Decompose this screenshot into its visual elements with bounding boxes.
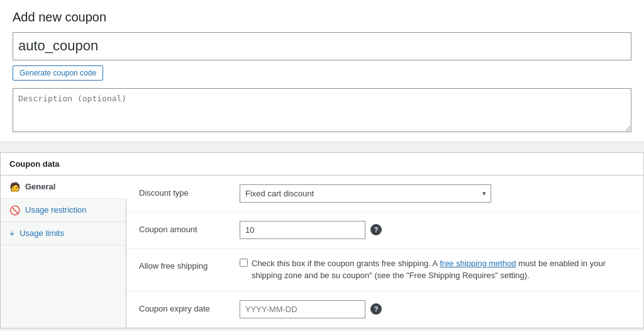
coupon-data-section: Coupon data 🧑 General 🚫 Usage restrictio…: [0, 152, 644, 328]
tab-general-label: General: [25, 182, 55, 191]
discount-type-select-wrapper: Percentage discount Fixed cart discount …: [240, 184, 491, 203]
generate-coupon-button[interactable]: Generate coupon code: [13, 65, 103, 81]
coupon-amount-help-icon[interactable]: ?: [370, 224, 382, 235]
coupon-amount-label: Coupon amount: [139, 221, 240, 234]
description-textarea[interactable]: [13, 88, 631, 132]
coupon-code-input[interactable]: [13, 32, 631, 60]
free-shipping-method-link[interactable]: free shipping method: [440, 259, 516, 268]
coupon-amount-row: Coupon amount ?: [126, 212, 643, 249]
free-shipping-row: Allow free shipping Check this box if th…: [126, 249, 643, 291]
free-shipping-checkbox-label: Check this box if the coupon grants free…: [240, 257, 631, 282]
tab-general[interactable]: 🧑 General: [1, 176, 126, 199]
tab-usage-restriction[interactable]: 🚫 Usage restriction: [1, 199, 126, 222]
general-icon: 🧑: [9, 182, 20, 192]
page-title: Add new coupon: [13, 10, 631, 25]
usage-restriction-icon: 🚫: [9, 205, 20, 215]
tab-usage-limits[interactable]: + Usage limits: [1, 222, 126, 245]
free-shipping-label: Allow free shipping: [139, 257, 240, 271]
sidebar-tabs: 🧑 General 🚫 Usage restriction + Usage li…: [1, 176, 126, 328]
top-section: Add new coupon Generate coupon code: [0, 0, 644, 142]
free-shipping-control: Check this box if the coupon grants free…: [240, 257, 631, 282]
tab-usage-limits-label: Usage limits: [19, 228, 64, 238]
coupon-data-body: 🧑 General 🚫 Usage restriction + Usage li…: [1, 176, 643, 328]
coupon-expiry-row: Coupon expiry date ?: [126, 291, 643, 328]
coupon-expiry-label: Coupon expiry date: [139, 300, 240, 313]
coupon-amount-input[interactable]: [240, 221, 365, 239]
coupon-expiry-help-icon[interactable]: ?: [370, 303, 382, 315]
coupon-data-title: Coupon data: [1, 153, 643, 176]
discount-type-label: Discount type: [139, 184, 240, 198]
coupon-expiry-control: ?: [240, 300, 631, 318]
free-shipping-checkbox[interactable]: [240, 259, 248, 267]
free-shipping-description: Check this box if the coupon grants free…: [252, 257, 631, 282]
coupon-amount-control: ?: [240, 221, 631, 239]
coupon-expiry-input[interactable]: [240, 300, 365, 318]
discount-type-control: Percentage discount Fixed cart discount …: [240, 184, 631, 203]
discount-type-row: Discount type Percentage discount Fixed …: [126, 176, 643, 212]
tab-usage-restriction-label: Usage restriction: [25, 205, 87, 215]
usage-limits-icon: +: [9, 228, 14, 238]
discount-type-select[interactable]: Percentage discount Fixed cart discount …: [240, 184, 491, 203]
page-wrapper: Add new coupon Generate coupon code Coup…: [0, 0, 644, 331]
main-content: Discount type Percentage discount Fixed …: [126, 176, 643, 328]
